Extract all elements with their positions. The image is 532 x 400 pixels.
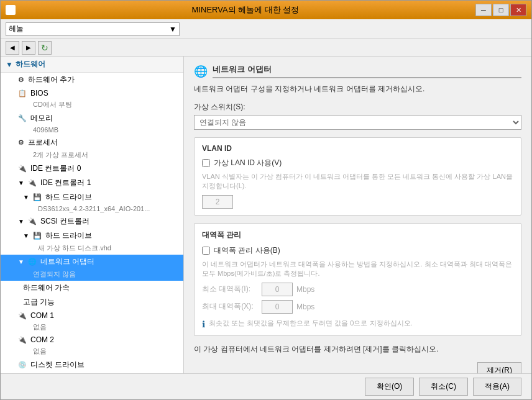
floppy-icon: 💿 bbox=[18, 361, 27, 369]
vlan-input-row bbox=[202, 195, 513, 209]
tree-item-hdd2-sub: 새 가상 하드 디스크.vhd bbox=[1, 243, 183, 255]
tree-item-hdd2-label: 하드 드라이브 bbox=[45, 230, 92, 241]
tree-item-hdd1[interactable]: ▼ 💾 하드 드라이브 bbox=[1, 190, 183, 204]
forward-button[interactable]: ▶ bbox=[22, 41, 35, 55]
bandwidth-checkbox[interactable] bbox=[202, 247, 210, 255]
cancel-button[interactable]: 취소(C) bbox=[419, 378, 468, 396]
bios-icon: 📋 bbox=[18, 89, 27, 98]
bandwidth-info-row: ℹ 최솟값 또는 최댓값을 무제한으로 두려면 값을 0으로 지정하십시오. bbox=[202, 319, 513, 329]
max-bandwidth-label: 최대 대역폭(X): bbox=[202, 301, 258, 312]
bandwidth-checkbox-row: 대역폭 관리 사용(B) bbox=[202, 245, 513, 256]
processor-icon: ⚙ bbox=[18, 139, 24, 147]
tree-item-bios[interactable]: 📋 BIOS bbox=[1, 87, 183, 99]
max-bandwidth-input[interactable] bbox=[262, 300, 293, 314]
ide1-expand-icon: ▼ bbox=[18, 180, 24, 186]
scsi-icon: 🔌 bbox=[28, 217, 37, 225]
main-window: MINERVA의 헤놀에 대한 설정 ─ □ ✕ 헤놀 ▼ ◀ ▶ ↻ ▼ 하드… bbox=[0, 0, 532, 400]
section-title: 네트워크 어댑터 bbox=[213, 64, 521, 78]
vlan-checkbox[interactable] bbox=[202, 159, 210, 167]
bandwidth-section: 대역폭 관리 대역폭 관리 사용(B) 이 네트워크 어댑터가 네트워크 대역폭… bbox=[194, 223, 521, 336]
bandwidth-info-text: 최솟값 또는 최댓값을 무제한으로 두려면 값을 0으로 지정하십시오. bbox=[209, 319, 413, 328]
restore-button[interactable]: □ bbox=[493, 4, 509, 16]
hdd2-expand-icon: ▼ bbox=[23, 232, 29, 239]
tree-item-processor-label: 프로세서 bbox=[28, 137, 58, 148]
remove-desc: 이 가상 컴퓨터에서 네트워크 어댑터를 제거하려면 [제거]를 클릭하십시오. bbox=[194, 343, 521, 355]
toolbar: 헤놀 ▼ bbox=[1, 19, 531, 39]
memory-icon: 🔧 bbox=[18, 114, 27, 122]
minimize-button[interactable]: ─ bbox=[475, 4, 492, 16]
tree-item-network[interactable]: ▼ 🌐 네트워크 어댑터 bbox=[1, 255, 183, 269]
tree-item-advanced[interactable]: 고급 기능 bbox=[1, 295, 183, 309]
back-button[interactable]: ◀ bbox=[6, 41, 19, 55]
tree-item-floppy-label: 디스켓 드라이브 bbox=[30, 360, 85, 370]
tree-item-ide0[interactable]: 🔌 IDE 컨트롤러 0 bbox=[1, 161, 183, 176]
tree-item-bios-label: BIOS bbox=[30, 89, 48, 98]
vlan-desc: VLAN 식별자는 이 가상 컴퓨터가 이 네트워크 어댑터를 통한 모든 네트… bbox=[202, 172, 513, 191]
tree-item-hdd1-label: 하드 드라이브 bbox=[45, 192, 92, 202]
network-adapter-icon: 🌐 bbox=[194, 65, 208, 78]
tree-item-com1-sub: 없음 bbox=[1, 322, 183, 334]
vm-dropdown-label: 헤놀 bbox=[9, 24, 24, 34]
bandwidth-title: 대역폭 관리 bbox=[202, 230, 513, 240]
close-button[interactable]: ✕ bbox=[510, 4, 526, 16]
tree-item-memory[interactable]: 🔧 메모리 bbox=[1, 111, 183, 125]
ok-button[interactable]: 확인(O) bbox=[365, 378, 414, 396]
tree-item-hdd1-sub: DS3612xs_4.2-3211_x64_AIO-201... bbox=[1, 204, 183, 214]
bottom-bar: 확인(O) 취소(C) 적용(A) bbox=[1, 373, 531, 399]
vm-dropdown-arrow: ▼ bbox=[169, 25, 177, 34]
tree-item-add-hardware[interactable]: ⚙ 하드웨어 추가 bbox=[1, 73, 183, 87]
tree-item-processor-sub: 2개 가상 프로세서 bbox=[1, 150, 183, 161]
hardware-section-label: 하드웨어 bbox=[16, 59, 45, 70]
tree-item-add-hardware-label: 하드웨어 추가 bbox=[28, 75, 75, 85]
title-bar: MINERVA의 헤놀에 대한 설정 ─ □ ✕ bbox=[1, 1, 531, 19]
tree-item-network-label: 네트워크 어댑터 bbox=[40, 257, 94, 267]
tree-item-ide1-label: IDE 컨트롤러 1 bbox=[40, 178, 91, 188]
network-expand-icon: ▼ bbox=[18, 258, 24, 265]
tree-item-scsi-label: SCSI 컨트롤러 bbox=[40, 216, 89, 227]
tree-item-com2-sub: 없음 bbox=[1, 346, 183, 358]
tree-item-ide0-label: IDE 컨트롤러 0 bbox=[30, 163, 81, 174]
apply-button[interactable]: 적용(A) bbox=[473, 378, 521, 396]
bandwidth-checkbox-label: 대역폭 관리 사용(B) bbox=[214, 245, 280, 256]
com2-icon: 🔌 bbox=[18, 336, 27, 344]
tree-item-com1[interactable]: 🔌 COM 1 bbox=[1, 309, 183, 322]
hw-accel-label: 하드웨어 가속 bbox=[23, 283, 70, 293]
left-panel: ▼ 하드웨어 ⚙ 하드웨어 추가 📋 BIOS CD에서 부팅 🔧 메모리 40… bbox=[1, 57, 184, 373]
tree-item-com2[interactable]: 🔌 COM 2 bbox=[1, 334, 183, 346]
hdd1-icon: 💾 bbox=[33, 193, 42, 201]
tree-item-scsi[interactable]: ▼ 🔌 SCSI 컨트롤러 bbox=[1, 214, 183, 229]
tree-item-memory-sub: 4096MB bbox=[1, 125, 183, 135]
tree-item-bios-sub: CD에서 부팅 bbox=[1, 99, 183, 111]
tree-item-processor[interactable]: ⚙ 프로세서 bbox=[1, 135, 183, 150]
scsi-expand-icon: ▼ bbox=[18, 218, 24, 225]
com1-icon: 🔌 bbox=[18, 312, 27, 320]
refresh-button[interactable]: ↻ bbox=[38, 41, 52, 55]
max-bandwidth-unit: Mbps bbox=[296, 302, 314, 311]
title-bar-controls: ─ □ ✕ bbox=[475, 4, 526, 16]
window-icon bbox=[6, 5, 16, 15]
network-icon: 🌐 bbox=[28, 258, 37, 266]
min-bandwidth-label: 최소 대역폭(I): bbox=[202, 284, 258, 294]
max-bandwidth-row: 최대 대역폭(X): Mbps bbox=[202, 300, 513, 314]
tree-item-floppy[interactable]: 💿 디스켓 드라이브 bbox=[1, 358, 183, 372]
hdd2-icon: 💾 bbox=[33, 232, 42, 240]
hardware-section-header: ▼ 하드웨어 bbox=[1, 57, 183, 73]
right-panel: 🌐 네트워크 어댑터 네트워크 어댑터 구성을 지정하거나 네트워크 어댑터를 … bbox=[184, 57, 531, 373]
tree-item-hdd2[interactable]: ▼ 💾 하드 드라이브 bbox=[1, 229, 183, 243]
remove-row: 제거(R) bbox=[194, 362, 521, 373]
ide1-icon: 🔌 bbox=[28, 179, 37, 187]
remove-button[interactable]: 제거(R) bbox=[477, 362, 521, 373]
vm-dropdown[interactable]: 헤놀 ▼ bbox=[6, 22, 180, 36]
add-hardware-icon: ⚙ bbox=[18, 76, 24, 84]
bandwidth-desc: 이 네트워크 어댑터가 네트워크 대역폭을 사용하는 방법을 지정하십시오. 최… bbox=[202, 260, 513, 279]
tree-item-ide1[interactable]: ▼ 🔌 IDE 컨트롤러 1 bbox=[1, 176, 183, 190]
min-bandwidth-input[interactable] bbox=[262, 283, 293, 296]
virtual-switch-group: 가상 스위치(S): 연결되지 않음 bbox=[194, 102, 521, 130]
main-content: ▼ 하드웨어 ⚙ 하드웨어 추가 📋 BIOS CD에서 부팅 🔧 메모리 40… bbox=[1, 57, 531, 373]
vlan-input[interactable] bbox=[202, 195, 233, 209]
virtual-switch-select[interactable]: 연결되지 않음 bbox=[194, 115, 521, 130]
min-bandwidth-row: 최소 대역폭(I): Mbps bbox=[202, 283, 513, 296]
tree-item-hw-accel[interactable]: 하드웨어 가속 bbox=[1, 281, 183, 295]
nav-bar: ◀ ▶ ↻ bbox=[1, 39, 531, 57]
min-bandwidth-unit: Mbps bbox=[296, 285, 314, 294]
